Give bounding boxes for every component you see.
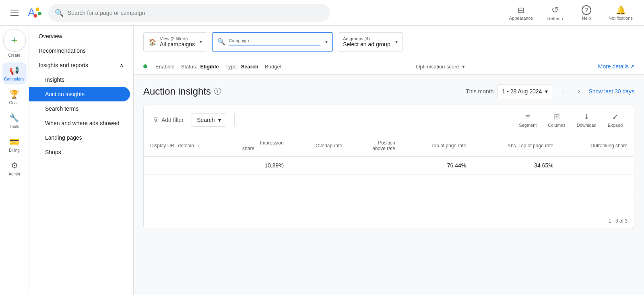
status-bar: Enabled Status: Eligible Type: Search Bu…: [134, 58, 644, 75]
nav-insights[interactable]: Insights: [29, 72, 130, 87]
cell-abs-top-of-page-rate-1: [473, 175, 560, 194]
appearance-label: Appearance: [509, 16, 533, 21]
help-button[interactable]: ? Help: [572, 3, 601, 23]
sort-down-icon: ↓: [197, 143, 199, 149]
nav-recommendations[interactable]: Recommendations: [29, 43, 130, 58]
view-filter-value: All campaigns: [160, 41, 195, 47]
sidebar-item-campaigns[interactable]: 📢 Campaigns: [2, 62, 27, 85]
refresh-button[interactable]: ↺ Refresh: [541, 2, 569, 23]
search-bar[interactable]: 🔍: [48, 4, 330, 22]
date-chevron-down-icon: ▾: [545, 88, 548, 95]
expand-label: Expand: [608, 123, 623, 128]
content-area: Auction insights ⓘ This month 1 - 28 Aug…: [134, 75, 644, 295]
type-label: Type: Search: [225, 64, 258, 70]
date-picker[interactable]: 1 - 28 Aug 2024 ▾: [497, 85, 553, 98]
download-button[interactable]: ⤓ Download: [572, 110, 601, 130]
sidebar-item-goals[interactable]: 🏆 Goals: [2, 86, 27, 108]
nav-overview[interactable]: Overview: [29, 29, 130, 43]
nav-sidebar: Overview Recommendations Insights and re…: [29, 26, 134, 295]
nav-landing-pages[interactable]: Landing pages: [29, 130, 130, 145]
help-circle-icon[interactable]: ⓘ: [214, 87, 221, 96]
section-header: Auction insights ⓘ This month 1 - 28 Aug…: [143, 85, 634, 98]
campaign-filter-dropdown[interactable]: 🔍 Campaign ▾: [212, 32, 333, 52]
date-label: This month: [466, 88, 493, 95]
toolbar-divider: [234, 113, 235, 126]
columns-button[interactable]: ⊞ Columns: [543, 110, 570, 130]
cell-outranking-share-0: —: [560, 157, 634, 175]
optimisation-score: Optimisation score: ▾: [416, 64, 465, 70]
external-link-icon: ↗: [630, 64, 634, 69]
ad-groups-filter-dropdown[interactable]: Ad groups (4) Select an ad group ▾: [338, 32, 403, 52]
view-filter-label: View (2 filters): [160, 36, 195, 41]
segment-button[interactable]: ≡ Segment: [514, 110, 541, 130]
cell-impression-share-2: [236, 194, 290, 213]
help-icon: ?: [582, 5, 591, 15]
cell-position-above-rate-1: [349, 175, 402, 194]
refresh-label: Refresh: [547, 16, 563, 21]
svg-point-3: [33, 14, 37, 17]
appearance-button[interactable]: ⊟ Appearance: [504, 3, 538, 23]
search-chevron-icon: ▾: [218, 117, 221, 123]
date-next-button[interactable]: ›: [572, 85, 585, 98]
col-overlap-rate: Overlap rate: [290, 135, 349, 157]
expand-button[interactable]: ⤢ Expand: [603, 110, 627, 130]
create-label: Create: [8, 53, 20, 58]
search-dropdown[interactable]: Search ▾: [192, 113, 226, 127]
cell-outranking-share-1: [560, 175, 634, 194]
view-filter-dropdown[interactable]: 🏠 View (2 filters) All campaigns ▾: [143, 32, 207, 52]
enabled-label: Enabled: [155, 64, 175, 70]
add-filter-button[interactable]: ⊽ Add filter: [150, 113, 187, 127]
segment-label: Segment: [519, 123, 537, 128]
body: + Create 📢 Campaigns 🏆 Goals 🔧 Tools 💳 B…: [0, 26, 644, 295]
more-details-button[interactable]: More details ↗: [598, 63, 634, 70]
sidebar-item-tools[interactable]: 🔧 Tools: [2, 110, 27, 132]
goals-icon: 🏆: [9, 89, 19, 99]
nav-auction-insights[interactable]: Auction insights: [29, 87, 130, 101]
ad-groups-filter-value: Select an ad group: [343, 41, 390, 47]
nav-insights-and-reports[interactable]: Insights and reports ∧: [29, 58, 133, 72]
cell-overlap-rate-0: —: [290, 157, 349, 175]
nav-search-terms[interactable]: Search terms: [29, 101, 130, 116]
hamburger-icon: [10, 10, 19, 16]
budget-label: Budget:: [265, 64, 283, 70]
segment-icon: ≡: [526, 113, 530, 121]
date-prev-button[interactable]: ‹: [556, 85, 569, 98]
admin-icon: ⚙: [11, 161, 18, 170]
enabled-status-dot: [143, 64, 147, 68]
menu-button[interactable]: [6, 5, 23, 21]
create-button[interactable]: +: [3, 29, 26, 52]
help-label: Help: [582, 16, 591, 21]
search-icon: 🔍: [55, 8, 64, 17]
main-content: 🏠 View (2 filters) All campaigns ▾ 🔍 Cam…: [134, 26, 644, 295]
search-input[interactable]: [68, 10, 324, 16]
col-outranking-share: Outranking share: [560, 135, 634, 157]
columns-label: Columns: [548, 123, 565, 128]
sidebar-item-admin[interactable]: ⚙ Admin: [2, 157, 27, 179]
admin-label: Admin: [8, 172, 20, 176]
nav-shops[interactable]: Shops: [29, 145, 130, 159]
col-display-url[interactable]: Display URL domain ↓: [144, 135, 236, 157]
tools-icon: 🔧: [9, 113, 19, 123]
notifications-button[interactable]: 🔔 Notifications: [604, 3, 638, 23]
show-last-30-button[interactable]: Show last 30 days: [588, 88, 634, 95]
logo: A: [27, 6, 42, 20]
sidebar-item-billing[interactable]: 💳 Billing: [2, 134, 27, 156]
search-filter-icon: 🔍: [217, 38, 225, 45]
filter-icon: ⊽: [153, 116, 158, 124]
ad-groups-filter-label: Ad groups (4): [343, 36, 390, 41]
columns-icon: ⊞: [554, 112, 560, 121]
cell-top-of-page-rate-2: [402, 194, 473, 213]
col-impression-share[interactable]: Impression share: [236, 135, 290, 157]
cell-position-above-rate-0: —: [349, 157, 402, 175]
col-top-of-page-rate: Top of page rate: [402, 135, 473, 157]
download-icon: ⤓: [584, 112, 590, 121]
nav-when-and-where[interactable]: When and where ads showed: [29, 116, 130, 130]
campaign-filter-label: Campaign: [229, 38, 320, 43]
cell-top-of-page-rate-0: 76.44%: [402, 157, 473, 175]
cell-display-url-1: [144, 175, 236, 194]
table-row: 10.89% — — 76.44% 34.65% —: [144, 157, 634, 175]
table-toolbar: ⊽ Add filter Search ▾ ≡ Segment: [144, 105, 634, 135]
date-controls: This month 1 - 28 Aug 2024 ▾ ‹ › Show la…: [466, 85, 634, 98]
notifications-label: Notifications: [609, 16, 633, 21]
pagination: 1 - 3 of 3: [144, 213, 634, 229]
